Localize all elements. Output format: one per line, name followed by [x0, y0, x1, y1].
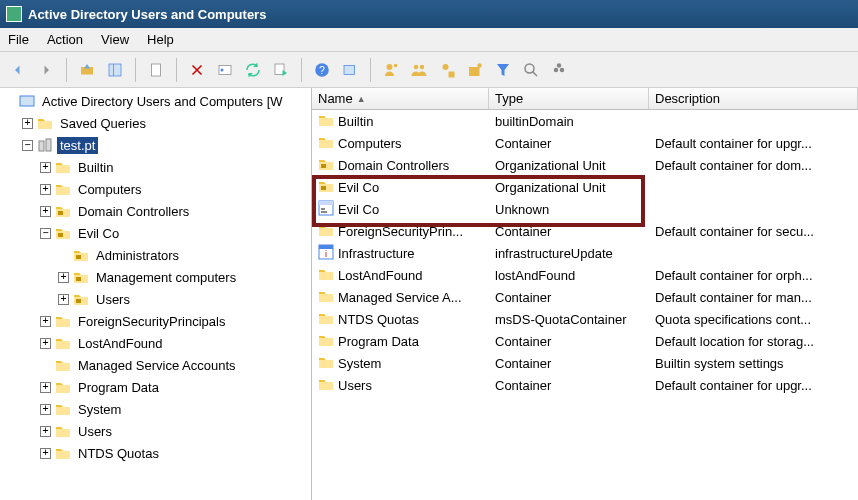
svg-point-12 [420, 64, 425, 69]
expander-icon[interactable]: + [40, 448, 51, 459]
cell-type: Container [489, 290, 649, 305]
expander-icon[interactable]: + [40, 184, 51, 195]
folder-icon [318, 223, 334, 240]
tree-item[interactable]: +Saved Queries [0, 112, 311, 134]
list-row[interactable]: NTDS QuotasmsDS-QuotaContainerQuota spec… [312, 308, 858, 330]
tree-label: Users [93, 291, 133, 308]
tree-root[interactable]: Active Directory Users and Computers [W [0, 90, 311, 112]
expander-icon[interactable]: − [22, 140, 33, 151]
new-ou-button[interactable] [435, 58, 459, 82]
add-to-group-button[interactable] [463, 58, 487, 82]
tree-item[interactable]: +NTDS Quotas [0, 442, 311, 464]
tree-item[interactable]: +Users [0, 288, 311, 310]
up-button[interactable] [75, 58, 99, 82]
folder-icon [55, 159, 71, 175]
tree-item[interactable]: +Program Data [0, 376, 311, 398]
cell-desc: Default container for dom... [649, 158, 858, 173]
svg-point-9 [387, 64, 393, 70]
tree-item[interactable]: +Users [0, 420, 311, 442]
cell-type: Container [489, 378, 649, 393]
list-row[interactable]: BuiltinbuiltinDomain [312, 110, 858, 132]
expander-icon[interactable]: + [58, 294, 69, 305]
menu-view[interactable]: View [101, 32, 129, 47]
refresh-button[interactable] [241, 58, 265, 82]
expander-icon[interactable]: + [22, 118, 33, 129]
expander-icon[interactable]: + [58, 272, 69, 283]
expander-icon[interactable]: + [40, 316, 51, 327]
tree-item[interactable]: Administrators [0, 244, 311, 266]
list-row[interactable]: ComputersContainerDefault container for … [312, 132, 858, 154]
tree-item[interactable]: +Management computers [0, 266, 311, 288]
search-button[interactable] [519, 58, 543, 82]
expander-icon[interactable]: + [40, 382, 51, 393]
list-row[interactable]: LostAndFoundlostAndFoundDefault containe… [312, 264, 858, 286]
col-header-type[interactable]: Type [489, 88, 649, 109]
expander-icon [40, 360, 51, 371]
ou-icon [318, 179, 334, 196]
show-hide-button[interactable] [103, 58, 127, 82]
expander-icon[interactable]: + [40, 404, 51, 415]
tree-item[interactable]: +LostAndFound [0, 332, 311, 354]
ou-icon [73, 269, 89, 285]
ou-icon [73, 291, 89, 307]
raise-domain-button[interactable] [547, 58, 571, 82]
tree-item[interactable]: +System [0, 398, 311, 420]
cell-desc: Default container for upgr... [649, 378, 858, 393]
tree-item[interactable]: −Evil Co [0, 222, 311, 244]
new-user-button[interactable] [379, 58, 403, 82]
list-row[interactable]: Program DataContainerDefault location fo… [312, 330, 858, 352]
svg-point-19 [554, 67, 559, 72]
col-header-name[interactable]: Name ▲ [312, 88, 489, 109]
folder-icon [318, 355, 334, 372]
filter-button[interactable] [491, 58, 515, 82]
tree-item[interactable]: Managed Service Accounts [0, 354, 311, 376]
svg-rect-26 [58, 233, 63, 237]
expander-icon[interactable]: + [40, 206, 51, 217]
list-row[interactable]: Domain ControllersOrganizational UnitDef… [312, 154, 858, 176]
new-group-button[interactable] [407, 58, 431, 82]
export-button[interactable] [269, 58, 293, 82]
expander-icon[interactable]: − [40, 228, 51, 239]
tree-pane[interactable]: Active Directory Users and Computers [W … [0, 88, 312, 500]
cut-button[interactable] [144, 58, 168, 82]
tree-label: Program Data [75, 379, 162, 396]
svg-rect-15 [469, 67, 480, 76]
list-row[interactable]: ForeignSecurityPrin...ContainerDefault c… [312, 220, 858, 242]
expander-icon[interactable]: + [40, 426, 51, 437]
list-row[interactable]: iInfrastructureinfrastructureUpdate [312, 242, 858, 264]
list-row[interactable]: Evil CoUnknown [312, 198, 858, 220]
svg-rect-33 [319, 201, 333, 205]
list-row[interactable]: Managed Service A...ContainerDefault con… [312, 286, 858, 308]
delete-button[interactable] [185, 58, 209, 82]
tree-item[interactable]: +ForeignSecurityPrincipals [0, 310, 311, 332]
cell-type: Organizational Unit [489, 180, 649, 195]
folder-icon [37, 115, 53, 131]
content-area: Active Directory Users and Computers [W … [0, 88, 858, 500]
help-button[interactable]: ? [310, 58, 334, 82]
list-pane[interactable]: Name ▲ Type Description BuiltinbuiltinDo… [312, 88, 858, 500]
cell-name: Domain Controllers [312, 157, 489, 174]
find-button[interactable] [338, 58, 362, 82]
menu-file[interactable]: File [8, 32, 29, 47]
cell-type: Unknown [489, 202, 649, 217]
forward-button[interactable] [34, 58, 58, 82]
list-row[interactable]: SystemContainerBuiltin system settings [312, 352, 858, 374]
expander-icon[interactable]: + [40, 338, 51, 349]
tree-item[interactable]: +Domain Controllers [0, 200, 311, 222]
tree-item[interactable]: +Builtin [0, 156, 311, 178]
tree-item[interactable]: −test.pt [0, 134, 311, 156]
col-header-desc[interactable]: Description [649, 88, 858, 109]
list-row[interactable]: UsersContainerDefault container for upgr… [312, 374, 858, 396]
menu-action[interactable]: Action [47, 32, 83, 47]
cell-name: Builtin [312, 113, 489, 130]
properties-button[interactable] [213, 58, 237, 82]
menu-help[interactable]: Help [147, 32, 174, 47]
list-row[interactable]: Evil CoOrganizational Unit [312, 176, 858, 198]
cell-type: lostAndFound [489, 268, 649, 283]
svg-rect-24 [46, 139, 51, 151]
separator [176, 58, 177, 82]
back-button[interactable] [6, 58, 30, 82]
titlebar: Active Directory Users and Computers [0, 0, 858, 28]
tree-item[interactable]: +Computers [0, 178, 311, 200]
expander-icon[interactable]: + [40, 162, 51, 173]
